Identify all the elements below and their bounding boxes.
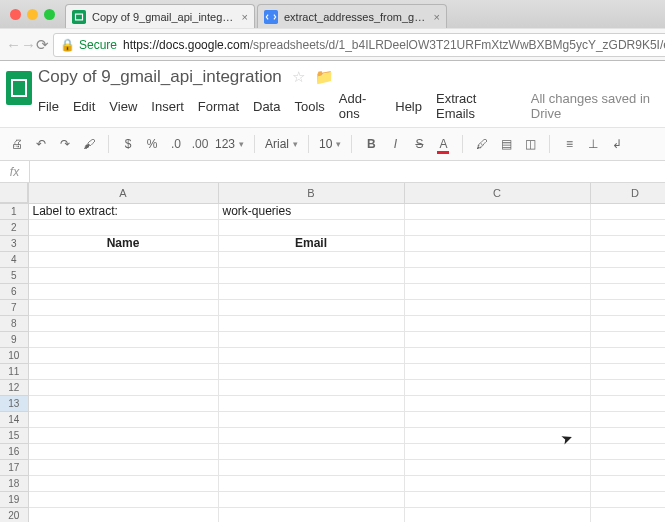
cell[interactable]: [218, 459, 404, 475]
borders-icon[interactable]: ▤: [497, 137, 515, 151]
cell[interactable]: [590, 411, 665, 427]
menu-data[interactable]: Data: [253, 99, 280, 114]
cell[interactable]: [404, 283, 590, 299]
cell[interactable]: [28, 443, 218, 459]
cell[interactable]: [404, 363, 590, 379]
row-header[interactable]: 12: [0, 379, 28, 395]
menu-addons[interactable]: Add-ons: [339, 91, 381, 121]
cell[interactable]: [28, 427, 218, 443]
cell[interactable]: [404, 331, 590, 347]
cell[interactable]: [404, 347, 590, 363]
spreadsheet-grid[interactable]: A B C D 1Label to extract:work-queries23…: [0, 183, 665, 522]
cell[interactable]: [218, 475, 404, 491]
cell[interactable]: Email: [218, 235, 404, 251]
cell[interactable]: [218, 395, 404, 411]
cell[interactable]: [404, 267, 590, 283]
row-header[interactable]: 6: [0, 283, 28, 299]
cell[interactable]: [218, 267, 404, 283]
cell[interactable]: [218, 411, 404, 427]
cell[interactable]: [218, 299, 404, 315]
paint-format-icon[interactable]: 🖌: [80, 137, 98, 151]
row-header[interactable]: 4: [0, 251, 28, 267]
cell[interactable]: [590, 507, 665, 522]
row-header[interactable]: 1: [0, 203, 28, 219]
cell[interactable]: [404, 251, 590, 267]
cell[interactable]: [404, 507, 590, 522]
star-icon[interactable]: ☆: [292, 68, 305, 86]
folder-icon[interactable]: 📁: [315, 68, 334, 86]
cell[interactable]: [218, 347, 404, 363]
cell[interactable]: work-queries: [218, 203, 404, 219]
cell[interactable]: [218, 363, 404, 379]
format-currency-button[interactable]: $: [119, 137, 137, 151]
close-tab-icon[interactable]: ×: [434, 11, 440, 23]
document-title[interactable]: Copy of 9_gmail_api_integration: [38, 67, 282, 87]
cell[interactable]: [28, 491, 218, 507]
select-all-corner[interactable]: [0, 183, 28, 203]
cell[interactable]: [28, 299, 218, 315]
number-format-select[interactable]: 123▾: [215, 137, 244, 151]
cell[interactable]: [590, 395, 665, 411]
font-select[interactable]: Arial▾: [265, 137, 298, 151]
cell[interactable]: [404, 379, 590, 395]
text-wrap-icon[interactable]: ↲: [608, 137, 626, 151]
cell[interactable]: [218, 379, 404, 395]
back-button[interactable]: ←: [6, 36, 21, 53]
close-window-button[interactable]: [10, 9, 21, 20]
cell[interactable]: [404, 411, 590, 427]
cell[interactable]: [590, 267, 665, 283]
cell[interactable]: Label to extract:: [28, 203, 218, 219]
cell[interactable]: [404, 475, 590, 491]
cell[interactable]: [590, 203, 665, 219]
row-header[interactable]: 10: [0, 347, 28, 363]
forward-button[interactable]: →: [21, 36, 36, 53]
cell[interactable]: [28, 379, 218, 395]
browser-tab-active[interactable]: Copy of 9_gmail_api_integratio ×: [65, 4, 255, 28]
cell[interactable]: [590, 379, 665, 395]
cell[interactable]: [404, 203, 590, 219]
cell[interactable]: [28, 219, 218, 235]
cell[interactable]: [28, 395, 218, 411]
cell[interactable]: [218, 507, 404, 522]
row-header[interactable]: 13: [0, 395, 28, 411]
cell[interactable]: [590, 475, 665, 491]
cell[interactable]: [28, 459, 218, 475]
reload-button[interactable]: ⟳: [36, 36, 49, 54]
text-color-button[interactable]: A: [434, 137, 452, 151]
h-align-icon[interactable]: ≡: [560, 137, 578, 151]
cell[interactable]: [404, 427, 590, 443]
maximize-window-button[interactable]: [44, 9, 55, 20]
cell[interactable]: [28, 507, 218, 522]
row-header[interactable]: 7: [0, 299, 28, 315]
row-header[interactable]: 9: [0, 331, 28, 347]
cell[interactable]: [590, 219, 665, 235]
cell[interactable]: [218, 251, 404, 267]
cell[interactable]: [590, 363, 665, 379]
cell[interactable]: [218, 283, 404, 299]
cell[interactable]: [590, 251, 665, 267]
column-header[interactable]: D: [590, 183, 665, 203]
cell[interactable]: [590, 283, 665, 299]
italic-button[interactable]: I: [386, 137, 404, 151]
cell[interactable]: [28, 411, 218, 427]
menu-extract-emails[interactable]: Extract Emails: [436, 91, 509, 121]
cell[interactable]: [404, 395, 590, 411]
cell[interactable]: [590, 235, 665, 251]
row-header[interactable]: 17: [0, 459, 28, 475]
cell[interactable]: [590, 459, 665, 475]
row-header[interactable]: 18: [0, 475, 28, 491]
menu-help[interactable]: Help: [395, 99, 422, 114]
increase-decimal-button[interactable]: .00: [191, 137, 209, 151]
cell[interactable]: [218, 331, 404, 347]
menu-insert[interactable]: Insert: [151, 99, 184, 114]
menu-tools[interactable]: Tools: [294, 99, 324, 114]
cell[interactable]: [590, 347, 665, 363]
address-bar[interactable]: 🔒 Secure https://docs.google.com /spread…: [53, 33, 665, 57]
row-header[interactable]: 11: [0, 363, 28, 379]
row-header[interactable]: 2: [0, 219, 28, 235]
strikethrough-button[interactable]: S: [410, 137, 428, 151]
cell[interactable]: [590, 443, 665, 459]
menu-format[interactable]: Format: [198, 99, 239, 114]
cell[interactable]: [404, 219, 590, 235]
fill-color-icon[interactable]: 🖊: [473, 137, 491, 151]
